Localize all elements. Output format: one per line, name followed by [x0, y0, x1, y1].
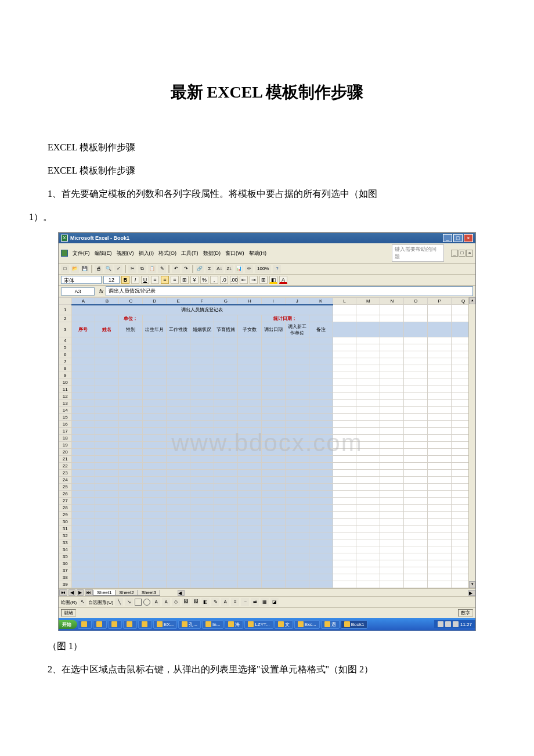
column-header[interactable]: N — [380, 298, 404, 305]
cell[interactable] — [285, 456, 309, 463]
cell[interactable] — [356, 491, 380, 498]
cell[interactable] — [333, 581, 356, 588]
cell[interactable] — [237, 553, 261, 560]
cell[interactable] — [404, 372, 428, 379]
cell[interactable] — [214, 553, 237, 560]
cell[interactable] — [428, 456, 452, 463]
cell[interactable] — [190, 581, 214, 588]
cell[interactable] — [428, 532, 452, 539]
cell[interactable] — [214, 560, 237, 567]
cell[interactable] — [380, 574, 404, 581]
cell[interactable] — [404, 386, 428, 393]
column-header[interactable]: M — [356, 298, 380, 305]
taskbar-item[interactable]: Book1 — [341, 620, 368, 629]
cell[interactable] — [119, 337, 143, 344]
cell[interactable] — [309, 442, 333, 449]
cell[interactable] — [119, 428, 143, 435]
row-header[interactable]: 9 — [59, 372, 72, 379]
column-header[interactable]: F — [190, 298, 214, 305]
cell[interactable] — [71, 560, 95, 567]
cell[interactable] — [71, 525, 95, 532]
cell[interactable] — [333, 365, 356, 372]
cell[interactable] — [119, 400, 143, 407]
cell[interactable] — [119, 539, 143, 546]
row-header[interactable]: 26 — [59, 491, 72, 498]
cell[interactable] — [356, 351, 380, 358]
dash-style-button[interactable]: ┄ — [241, 598, 249, 606]
cell[interactable] — [119, 435, 143, 442]
decrease-indent-button[interactable]: ⇤ — [240, 276, 248, 284]
cell[interactable] — [356, 442, 380, 449]
cell[interactable] — [237, 560, 261, 567]
cell[interactable] — [404, 337, 428, 344]
cell[interactable] — [143, 463, 167, 470]
cell[interactable] — [167, 484, 190, 491]
cell[interactable] — [404, 560, 428, 567]
cell[interactable] — [167, 365, 190, 372]
cell[interactable] — [261, 574, 285, 581]
cell[interactable] — [285, 525, 309, 532]
cell[interactable] — [333, 491, 356, 498]
cell[interactable] — [380, 305, 404, 315]
cell[interactable] — [333, 574, 356, 581]
cell[interactable] — [309, 553, 333, 560]
cell[interactable] — [190, 560, 214, 567]
cell[interactable] — [119, 414, 143, 421]
cell[interactable] — [356, 456, 380, 463]
cell[interactable] — [356, 553, 380, 560]
cell[interactable] — [404, 567, 428, 574]
cell[interactable] — [237, 574, 261, 581]
cell[interactable] — [261, 344, 285, 351]
cell[interactable] — [214, 358, 237, 365]
cell[interactable] — [167, 553, 190, 560]
cell[interactable] — [95, 546, 119, 553]
cell[interactable] — [71, 414, 95, 421]
cell[interactable] — [404, 449, 428, 456]
clipart-button[interactable]: 🖼 — [182, 598, 190, 606]
column-header[interactable]: K — [309, 298, 333, 305]
cell[interactable] — [237, 358, 261, 365]
cell[interactable] — [190, 379, 214, 386]
cell[interactable] — [380, 379, 404, 386]
cell[interactable] — [285, 463, 309, 470]
cell[interactable] — [214, 567, 237, 574]
cell[interactable] — [143, 428, 167, 435]
cell[interactable] — [214, 407, 237, 414]
cell[interactable] — [404, 442, 428, 449]
cell[interactable] — [428, 421, 452, 428]
cell[interactable] — [428, 365, 452, 372]
cell[interactable] — [309, 379, 333, 386]
tray-icon[interactable] — [438, 621, 443, 627]
cell[interactable] — [237, 393, 261, 400]
cell[interactable] — [404, 421, 428, 428]
table-header-cell[interactable]: 子女数 — [237, 322, 261, 337]
cell[interactable] — [167, 337, 190, 344]
row-header[interactable]: 18 — [59, 435, 72, 442]
cell[interactable] — [261, 449, 285, 456]
cell[interactable] — [404, 525, 428, 532]
column-header[interactable]: A — [71, 298, 95, 305]
cell[interactable] — [404, 456, 428, 463]
column-header[interactable]: J — [285, 298, 309, 305]
cell[interactable] — [261, 560, 285, 567]
cell[interactable] — [428, 407, 452, 414]
cell[interactable] — [237, 498, 261, 505]
taskbar-item[interactable] — [123, 620, 137, 629]
cell[interactable] — [261, 372, 285, 379]
cell[interactable] — [285, 567, 309, 574]
cell[interactable] — [380, 470, 404, 477]
cell[interactable] — [167, 505, 190, 512]
line-button[interactable]: ╲ — [115, 598, 123, 606]
cell[interactable] — [143, 379, 167, 386]
cell[interactable] — [333, 421, 356, 428]
taskbar-item[interactable]: In... — [202, 620, 223, 629]
cell[interactable] — [167, 315, 190, 322]
cell[interactable] — [333, 477, 356, 484]
cell[interactable] — [119, 581, 143, 588]
row-header[interactable]: 13 — [59, 400, 72, 407]
cell[interactable] — [285, 581, 309, 588]
cell[interactable] — [309, 525, 333, 532]
cell[interactable] — [190, 512, 214, 519]
cell[interactable] — [71, 553, 95, 560]
help-search-box[interactable]: 键入需要帮助的问题 — [392, 244, 444, 262]
